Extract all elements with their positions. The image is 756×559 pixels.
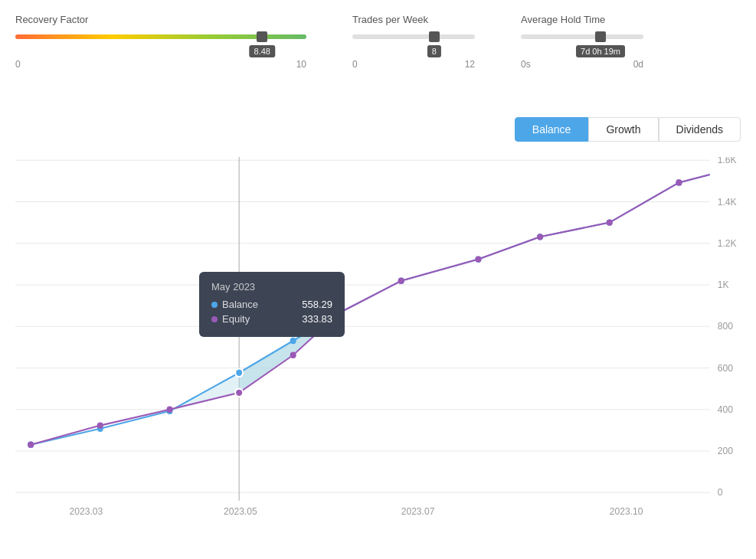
- tab-balance[interactable]: Balance: [515, 117, 589, 142]
- average-hold-time-metric: Average Hold Time 7d 0h 19m 0s 0d: [521, 14, 643, 94]
- trades-per-week-label: Trades per Week: [352, 14, 475, 25]
- svg-text:1.4K: 1.4K: [718, 196, 738, 207]
- recovery-factor-metric: Recovery Factor 8.48 0 10: [15, 14, 306, 94]
- trades-per-week-thumb[interactable]: 8: [429, 31, 440, 42]
- trades-per-week-track: [352, 34, 475, 39]
- svg-text:1K: 1K: [718, 280, 730, 290]
- average-hold-time-thumb[interactable]: 7d 0h 19m: [595, 31, 606, 42]
- equity-point-active: [235, 389, 243, 397]
- svg-rect-23: [15, 157, 710, 501]
- chart-svg: 0 200 400 600 800 1K 1.2K 1.4K 1.6K 2023…: [15, 157, 741, 525]
- balance-point-active: [235, 369, 243, 377]
- equity-point: [676, 179, 682, 185]
- average-hold-time-value: 7d 0h 19m: [576, 45, 625, 57]
- equity-point: [28, 441, 34, 447]
- recovery-factor-value: 8.48: [250, 45, 275, 57]
- recovery-factor-min: 0: [15, 59, 21, 70]
- average-hold-time-track: [521, 34, 643, 39]
- trades-per-week-metric: Trades per Week 8 0 12: [352, 14, 475, 94]
- equity-point: [475, 256, 481, 262]
- svg-text:2023.03: 2023.03: [70, 506, 103, 517]
- svg-text:0: 0: [718, 487, 723, 498]
- equity-line: [31, 175, 710, 445]
- equity-point: [166, 407, 172, 413]
- metrics-row: Recovery Factor 8.48 0 10 Trades per Wee…: [0, 0, 756, 102]
- equity-point: [607, 219, 613, 225]
- recovery-factor-max: 10: [296, 59, 306, 70]
- svg-text:1.2K: 1.2K: [718, 238, 738, 249]
- chart-tabs: Balance Growth Dividends: [0, 102, 756, 149]
- svg-text:2023.07: 2023.07: [401, 506, 435, 517]
- balance-point: [290, 338, 296, 344]
- tab-dividends[interactable]: Dividends: [659, 117, 741, 142]
- average-hold-time-slider[interactable]: 7d 0h 19m: [521, 31, 643, 42]
- tab-growth[interactable]: Growth: [588, 117, 658, 142]
- equity-point: [97, 422, 103, 428]
- average-hold-time-max: 0d: [633, 59, 643, 70]
- equity-point: [537, 234, 543, 240]
- chart-container: 0 200 400 600 800 1K 1.2K 1.4K 1.6K 2023…: [15, 157, 741, 525]
- recovery-factor-slider[interactable]: 8.48: [15, 31, 306, 42]
- trades-per-week-min: 0: [352, 59, 358, 70]
- equity-point: [290, 352, 296, 358]
- svg-text:1.6K: 1.6K: [718, 157, 738, 165]
- balance-line: [31, 175, 710, 445]
- trades-per-week-value: 8: [427, 45, 441, 57]
- recovery-factor-thumb[interactable]: 8.48: [257, 31, 267, 42]
- average-hold-time-label: Average Hold Time: [521, 14, 643, 25]
- svg-text:600: 600: [718, 362, 733, 373]
- equity-point: [336, 309, 342, 315]
- equity-point: [398, 278, 404, 284]
- trades-per-week-max: 12: [465, 59, 475, 70]
- recovery-factor-label: Recovery Factor: [15, 14, 306, 25]
- svg-text:400: 400: [718, 404, 733, 415]
- average-hold-time-min: 0s: [521, 59, 531, 70]
- svg-text:2023.05: 2023.05: [224, 506, 257, 517]
- svg-text:200: 200: [718, 446, 733, 456]
- trades-per-week-slider[interactable]: 8: [352, 31, 475, 42]
- svg-text:2023.10: 2023.10: [610, 506, 643, 517]
- chart-fill-area: [31, 175, 710, 445]
- svg-text:800: 800: [718, 321, 733, 332]
